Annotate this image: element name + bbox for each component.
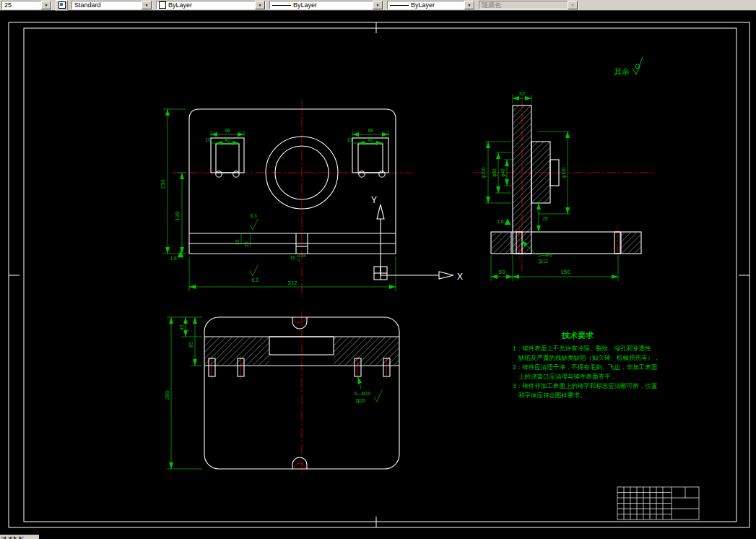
dim-50-slot[interactable]: 50 xyxy=(235,239,240,245)
tech-title: 技术要求 xyxy=(561,331,594,340)
linetype-sample-icon xyxy=(272,5,291,6)
text-style-value: Standard xyxy=(74,1,101,9)
tech-line-4: 上的浇冒口应清理与铸件表面齐平， xyxy=(518,373,617,380)
roughness-6-3-a[interactable]: 6.3 xyxy=(250,213,256,218)
model-space-canvas[interactable]: 230 130 312 68 10 45 68 10 45 6.3 6.3 1.… xyxy=(0,11,756,539)
thread-callout-4-m10[interactable]: 4—M10 xyxy=(355,391,371,396)
dropdown-arrow-icon[interactable]: ▼ xyxy=(255,1,265,9)
tech-line-3: 2：铸件应清理干净，不得有毛刺、飞边，非加工表面 xyxy=(513,363,658,371)
dim-312[interactable]: 312 xyxy=(287,280,297,286)
dim-150-base[interactable]: 150 xyxy=(560,269,570,275)
model-tab-bar[interactable]: |◀ ◀ ▶ ▶| xyxy=(0,535,39,539)
dim-65[interactable]: 65 xyxy=(188,342,194,348)
ucs-y-label: Y xyxy=(371,195,377,205)
roughness-1-6[interactable]: 1.6 xyxy=(170,256,176,261)
color-swatch-icon xyxy=(159,1,166,9)
text-style-dropdown[interactable]: Standard ▼ xyxy=(71,1,152,9)
dim-280[interactable]: 280 xyxy=(164,390,170,400)
text-style-button[interactable] xyxy=(56,0,68,11)
technical-requirements[interactable]: 技术要求 1：铸件表面上不允许有冷隔、裂纹、缩孔和穿透性 缺陷及严重的残缺类缺陷… xyxy=(513,331,660,399)
dropdown-arrow-icon[interactable]: ▼ xyxy=(373,1,383,9)
dim-dia-100[interactable]: φ100 xyxy=(481,167,487,178)
tab-last-icon[interactable]: ▶| xyxy=(19,535,23,539)
dim-dia-62[interactable]: φ62 xyxy=(492,168,498,177)
thread-callout-2-m6[interactable]: 2—M6 xyxy=(538,252,552,257)
layer-dropdown[interactable]: 25 ▼ xyxy=(1,1,52,9)
dim-130[interactable]: 130 xyxy=(174,211,181,221)
thread-depth-20[interactable]: 深20 xyxy=(355,398,365,404)
dim-pad-left-45[interactable]: 45 xyxy=(225,137,230,142)
dropdown-arrow-icon: ▼ xyxy=(568,1,578,9)
lineweight-dropdown[interactable]: ByLayer ▼ xyxy=(387,1,475,9)
dim-32[interactable]: 32 xyxy=(519,90,526,97)
ucs-x-label: X xyxy=(457,272,463,282)
plotstyle-value: 随颜色 xyxy=(482,1,501,10)
tech-line-5: 3：铸件非加工表面上的铸字和标志应清晰可辨，位置 xyxy=(513,382,658,389)
style-icon xyxy=(58,1,66,9)
plotstyle-dropdown: 随颜色 ▼ xyxy=(479,1,578,9)
roughness-6-3-b[interactable]: 6.3 xyxy=(251,277,258,283)
rest-note-text: 其余 xyxy=(614,67,630,76)
roughness-1-6-side[interactable]: 1.6 xyxy=(497,219,503,224)
bottom-view[interactable]: 280 40 65 4—M10 深20 xyxy=(164,311,399,475)
linetype-value: ByLayer xyxy=(293,1,317,9)
dim-pad-left-68[interactable]: 68 xyxy=(225,128,230,133)
layer-value: 25 xyxy=(4,1,12,9)
dim-pad-right-68[interactable]: 68 xyxy=(368,128,373,133)
lineweight-value: ByLayer xyxy=(411,1,435,9)
linetype-dropdown[interactable]: ByLayer ▼ xyxy=(269,1,383,9)
thread-depth-12[interactable]: 深12 xyxy=(538,259,548,264)
dropdown-arrow-icon[interactable]: ▼ xyxy=(464,1,474,9)
tab-first-icon[interactable]: |◀ xyxy=(1,535,6,539)
dim-pad-left-10[interactable]: 10 xyxy=(205,137,211,142)
dim-pad-right-10[interactable]: 10 xyxy=(347,137,352,142)
lineweight-sample-icon xyxy=(390,5,409,6)
tab-prev-icon[interactable]: ◀ xyxy=(8,535,12,539)
ucs-icon xyxy=(374,204,453,280)
dim-25[interactable]: 25 xyxy=(542,216,548,221)
dim-20-slot[interactable]: 20 xyxy=(244,241,249,247)
sheet-frame xyxy=(9,22,750,527)
dim-50-base[interactable]: 50 xyxy=(499,269,505,275)
color-dropdown[interactable]: ByLayer ▼ xyxy=(156,1,266,9)
rest-roughness-note[interactable]: 其余 xyxy=(614,57,643,76)
tech-line-6: 和字体应符合图样要求。 xyxy=(518,392,586,399)
dim-40[interactable]: 40 xyxy=(179,324,184,330)
title-block xyxy=(617,487,699,519)
tab-next-icon[interactable]: ▶ xyxy=(14,535,17,539)
dim-dia-130[interactable]: φ130 xyxy=(561,167,567,178)
tech-line-1: 1：铸件表面上不允许有冷隔、裂纹、缩孔和穿透性 xyxy=(513,345,651,352)
cad-drawing[interactable]: 230 130 312 68 10 45 68 10 45 6.3 6.3 1.… xyxy=(0,11,756,539)
object-properties-toolbar: 25 ▼ Standard ▼ ByLayer ▼ ByLayer ▼ ByLa… xyxy=(0,0,756,11)
dropdown-arrow-icon[interactable]: ▼ xyxy=(41,1,51,9)
dropdown-arrow-icon[interactable]: ▼ xyxy=(142,1,152,9)
dim-dia-40[interactable]: φ40 xyxy=(500,168,506,177)
dim-pad-right-45[interactable]: 45 xyxy=(368,137,373,142)
tech-line-2: 缺陷及严重的残缺类缺陷（如欠铸、机械损伤等）， xyxy=(518,354,660,361)
color-value: ByLayer xyxy=(168,1,192,9)
dim-230[interactable]: 230 xyxy=(160,179,166,189)
side-view[interactable]: 32 φ100 φ62 φ40 φ130 25 1.6 2—M6 深12 50 … xyxy=(473,90,653,281)
dim-16-tol-lower[interactable]: 0 xyxy=(298,258,300,262)
dim-16[interactable]: 16 xyxy=(290,255,295,260)
